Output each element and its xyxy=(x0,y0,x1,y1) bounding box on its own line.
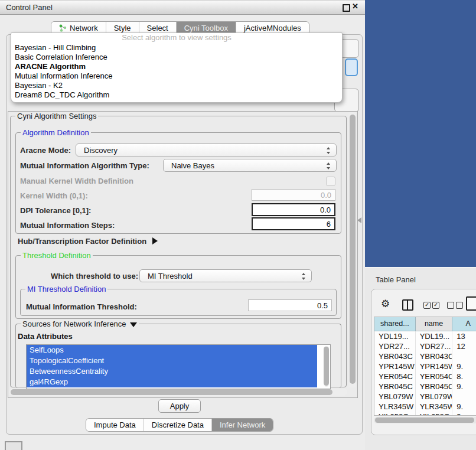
settings-vertical-scrollbar[interactable] xyxy=(348,112,356,387)
splitpane-arrow-icon[interactable] xyxy=(357,217,361,223)
apply-button[interactable]: Apply xyxy=(158,399,201,413)
attribute-item[interactable]: gal4RGexp xyxy=(27,377,317,387)
attribute-item[interactable]: SelfLoops xyxy=(27,345,317,356)
table-panel-title: Table Panel xyxy=(376,275,416,284)
collapse-down-icon xyxy=(130,322,137,327)
table-row[interactable]: YDR27...YDR27...12 xyxy=(374,341,476,351)
table-cell: YDR27... xyxy=(416,341,453,351)
manual-kernel-label: Manual Kernel Width Definition xyxy=(20,177,133,185)
algorithm-option[interactable]: Bayesian - K2 xyxy=(11,81,342,90)
table-row[interactable]: YBR045CYBR045C9. xyxy=(374,381,476,392)
settings-gear-icon[interactable]: ⚙ xyxy=(381,298,390,310)
panel-title: Control Panel xyxy=(6,3,53,12)
close-icon[interactable]: ✕ xyxy=(352,2,358,11)
which-threshold-select[interactable]: MI Threshold xyxy=(139,269,312,282)
dropdown-items: Bayesian - Hill ClimbingBasic Correlatio… xyxy=(11,43,342,100)
attribute-item[interactable]: TopologicalCoefficient xyxy=(27,356,317,366)
deselect-check-icon[interactable] xyxy=(447,302,454,309)
kernel-width-input[interactable]: 0.0 xyxy=(252,189,335,201)
tab-label: Style xyxy=(114,24,131,32)
split-columns-icon[interactable] xyxy=(402,299,413,311)
mi-algorithm-type-label: Mutual Information Algorithm Type: xyxy=(20,161,149,170)
table-row[interactable]: YER054CYER054C8. xyxy=(374,371,476,381)
bottom-tab-impute-data[interactable]: Impute Data xyxy=(86,419,144,431)
float-window-icon[interactable] xyxy=(343,4,350,12)
data-attributes-list[interactable]: SelfLoopsTopologicalCoefficientBetweenne… xyxy=(26,344,331,389)
deselect-check-icon[interactable] xyxy=(456,302,463,309)
algorithm-option[interactable]: Dream8 DC_TDC Algorithm xyxy=(11,90,342,100)
table-cell: YDL19... xyxy=(416,331,453,341)
mi-threshold-input[interactable]: 0.5 xyxy=(248,299,332,311)
table-cell: YER054C xyxy=(374,371,416,381)
sources-title-text: Sources for Network Inference xyxy=(22,319,126,328)
data-attributes-label: Data Attributes xyxy=(18,332,73,341)
table-cell: 8. xyxy=(452,371,476,381)
table-cell: YDR27... xyxy=(374,341,416,351)
column-header-a[interactable]: A xyxy=(452,317,476,331)
algorithm-option[interactable]: ARACNE Algorithm xyxy=(11,62,342,71)
algorithm-option[interactable]: Basic Correlation Inference xyxy=(11,53,342,62)
algorithm-option[interactable]: Mutual Information Inference xyxy=(11,71,342,81)
mi-steps-input[interactable]: 6 xyxy=(252,217,335,230)
tab-label: Network xyxy=(70,24,98,32)
column-header-name[interactable]: name xyxy=(416,317,453,331)
table-cell: 9. xyxy=(452,402,476,412)
table-row[interactable]: YLR345WYLR345W9. xyxy=(374,402,476,412)
stepper-arrows-icon xyxy=(327,146,331,155)
collapsed-panel-button[interactable] xyxy=(5,441,22,450)
tab-label: Select xyxy=(147,24,168,32)
control-panel-titlebar: Control Panel ✕ xyxy=(0,0,365,15)
network-desktop-background: GALGAL80GAL10GAL1GAL11SWI4GAL4GCY1HAP4YH… xyxy=(365,0,476,267)
cyni-settings-title: Cyni Algorithm Settings xyxy=(15,112,98,120)
mi-algorithm-type-value: Naive Bayes xyxy=(171,161,214,170)
mi-threshold-title: MI Threshold Definition xyxy=(25,285,107,294)
tab-label: Infer Network xyxy=(220,420,265,429)
select-check-icon[interactable]: ✓ xyxy=(432,302,439,309)
expand-right-icon xyxy=(152,237,158,244)
table-horizontal-scrollbar[interactable] xyxy=(374,417,476,423)
dpi-tolerance-label: DPI Tolerance [0,1]: xyxy=(20,206,91,215)
table-cell: YIL052C xyxy=(416,412,453,416)
aracne-mode-select[interactable]: Discovery xyxy=(76,144,337,156)
table-row[interactable]: YPR145WYPR145W9. xyxy=(374,361,476,371)
mi-threshold-label: Mutual Information Threshold: xyxy=(26,302,137,311)
bottom-tab-discretize-data[interactable]: Discretize Data xyxy=(144,419,212,431)
settings-horizontal-scrollbar[interactable] xyxy=(9,389,347,396)
list-scrollbar[interactable] xyxy=(324,346,329,387)
table-cell: YDL19... xyxy=(374,331,416,341)
mi-algorithm-type-select[interactable]: Naive Bayes xyxy=(163,159,337,172)
table-cell: YBR043C xyxy=(374,351,416,361)
hub-definition-label: Hub/Transcription Factor Definition xyxy=(18,237,146,246)
algorithm-dropdown[interactable]: Select algorithm to view settings Bayesi… xyxy=(11,32,343,103)
sources-title[interactable]: Sources for Network Inference xyxy=(21,319,139,328)
document-icon[interactable] xyxy=(466,296,476,311)
column-header-shared[interactable]: shared... xyxy=(374,317,416,331)
table-cell: YBR045C xyxy=(416,381,453,392)
table-row[interactable]: YBL079WYBL079W xyxy=(374,392,476,402)
attribute-item[interactable]: BetweennessCentrality xyxy=(27,366,317,377)
table-cell xyxy=(452,351,476,361)
table-cell: 13 xyxy=(452,331,476,341)
node-attribute-table[interactable]: shared...nameA YDL19...YDL19...13YDR27..… xyxy=(374,317,476,416)
mi-steps-label: Mutual Information Steps: xyxy=(20,221,115,230)
table-row[interactable]: YDL19...YDL19...13 xyxy=(374,331,476,341)
aracne-mode-label: Aracne Mode: xyxy=(20,146,71,155)
which-threshold-value: MI Threshold xyxy=(148,272,193,281)
table-row[interactable]: YIL052CYIL052C9 xyxy=(374,412,476,416)
bottom-tab-infer-network[interactable]: Infer Network xyxy=(212,419,273,431)
manual-kernel-checkbox[interactable] xyxy=(326,177,335,186)
dpi-tolerance-input[interactable]: 0.0 xyxy=(252,203,335,216)
table-cell: YBR045C xyxy=(374,381,416,392)
table-cell: 12 xyxy=(452,341,476,351)
table-cell: YPR145W xyxy=(374,361,416,371)
select-check-icon[interactable]: ✓ xyxy=(423,302,431,309)
table-cell: YLR345W xyxy=(374,402,416,412)
table-row[interactable]: YBR043CYBR043C xyxy=(374,351,476,361)
table-cell: 9. xyxy=(452,381,476,392)
table-cell: YER054C xyxy=(416,371,453,381)
table-panel: Table Panel ⚙ ✓ ✓ shared...nameA YDL19..… xyxy=(365,267,476,450)
table-cell: 9 xyxy=(452,412,476,416)
hub-definition-expander[interactable]: Hub/Transcription Factor Definition xyxy=(18,237,158,246)
table-cell xyxy=(452,392,476,402)
algorithm-option[interactable]: Bayesian - Hill Climbing xyxy=(11,43,342,53)
